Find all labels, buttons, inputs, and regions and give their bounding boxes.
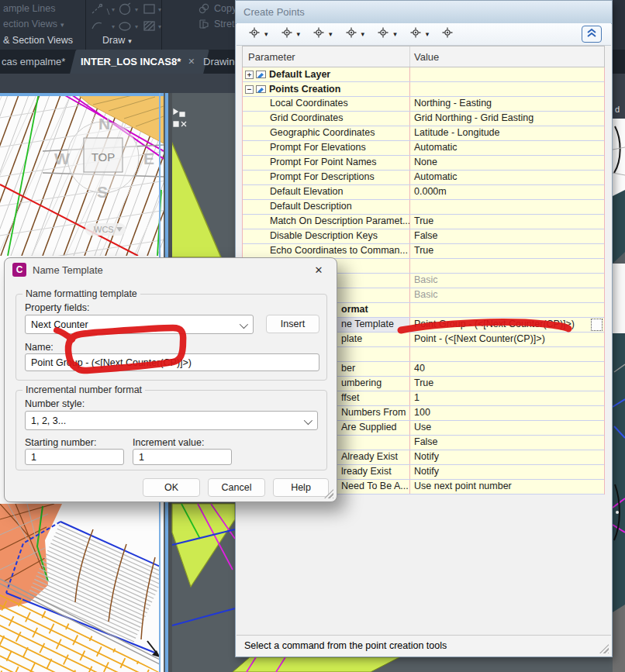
column-header-parameter[interactable]: Parameter: [243, 47, 410, 67]
expand-toggle[interactable]: +: [245, 71, 254, 79]
viewcube-east[interactable]: E: [143, 150, 154, 167]
table-row[interactable]: Prompt For DescriptionsAutomatic: [243, 171, 604, 185]
collapse-chevron-button[interactable]: [582, 26, 602, 43]
table-row[interactable]: +Default Layer: [243, 67, 604, 82]
value-cell[interactable]: Latitude - Longitude: [410, 126, 604, 140]
chevron-down-icon: ▾: [60, 21, 64, 29]
value-cell[interactable]: False: [410, 229, 604, 243]
dropdown-arrow-icon[interactable]: ▾: [264, 30, 268, 38]
property-fields-select[interactable]: Next Counter: [25, 315, 254, 334]
import-points-point-icon: [440, 26, 454, 43]
svg-text:▾: ▾: [112, 23, 115, 30]
starting-number-input[interactable]: 1: [25, 449, 124, 465]
number-style-label: Number style:: [25, 398, 85, 409]
ok-button[interactable]: OK: [143, 478, 200, 497]
file-tab-active[interactable]: INTER_LOS INCAS8*✕: [70, 50, 209, 74]
increment-value-input[interactable]: 1: [133, 449, 232, 465]
expand-toggle[interactable]: −: [245, 85, 254, 94]
param-cell: Prompt For Point Names: [243, 156, 410, 170]
palette-title: Create Points: [243, 6, 305, 18]
insert-button[interactable]: Insert: [266, 315, 319, 333]
table-row[interactable]: Match On Description Paramet...True: [243, 215, 604, 229]
table-row[interactable]: Default Elevation0.000m: [243, 185, 604, 200]
param-cell: Default Description: [243, 200, 410, 214]
value-cell[interactable]: Use: [410, 421, 604, 435]
ribbon-sample-lines-button[interactable]: ample Lines: [3, 3, 55, 14]
dropdown-arrow-icon[interactable]: ▾: [426, 30, 430, 38]
param-cell: Prompt For Elevations: [243, 141, 410, 155]
dropdown-arrow-icon[interactable]: ▾: [361, 30, 365, 38]
value-cell[interactable]: Automatic: [410, 171, 604, 184]
copy-icon: [199, 3, 210, 14]
value-cell[interactable]: 40: [410, 362, 604, 376]
number-style-select[interactable]: 1, 2, 3...: [25, 411, 318, 430]
table-row[interactable]: Prompt For Point NamesNone: [243, 156, 604, 171]
create-points-intersections-button[interactable]: ▾: [279, 26, 301, 43]
viewcube-west[interactable]: W: [54, 150, 70, 167]
dropdown-arrow-icon[interactable]: ▾: [329, 30, 333, 38]
help-button[interactable]: Help: [273, 478, 329, 497]
value-cell[interactable]: 1: [410, 391, 604, 405]
value-cell[interactable]: [410, 259, 604, 273]
value-cell[interactable]: Basic: [410, 274, 604, 288]
value-cell[interactable]: Point - (<[Next Counter(CP)]>): [410, 333, 604, 346]
palette-titlebar[interactable]: Create Points: [236, 1, 612, 24]
ellipsis-button[interactable]: [591, 319, 603, 331]
dialog-title: Name Template: [33, 264, 302, 276]
dialog-titlebar[interactable]: C Name Template ✕: [5, 258, 337, 281]
table-row[interactable]: Disable Description KeysFalse: [243, 229, 604, 244]
viewcube-south[interactable]: S: [97, 183, 108, 201]
create-points-interpolate-button[interactable]: ▾: [375, 26, 397, 43]
value-cell[interactable]: None: [410, 156, 604, 170]
create-points-miscellaneous-button[interactable]: ▾: [247, 26, 268, 43]
table-row[interactable]: Local CoordinatesNorthing - Easting: [243, 97, 604, 112]
surface-wedge-lower: [172, 504, 235, 672]
viewcube-north[interactable]: N: [98, 115, 110, 133]
value-cell[interactable]: 100: [410, 406, 604, 420]
dialog-close-icon[interactable]: ✕: [309, 264, 329, 276]
value-cell[interactable]: [410, 67, 604, 81]
value-cell[interactable]: [410, 82, 604, 96]
value-cell[interactable]: [410, 347, 604, 361]
value-cell[interactable]: Basic: [410, 288, 604, 302]
copy-button[interactable]: Copy: [199, 3, 237, 14]
create-points-alignment-button[interactable]: ▾: [311, 26, 333, 43]
value-cell[interactable]: [410, 200, 604, 214]
value-cell[interactable]: Notify: [410, 465, 604, 479]
table-row[interactable]: Prompt For ElevationsAutomatic: [243, 141, 604, 156]
tab-close-icon[interactable]: ✕: [188, 57, 195, 67]
name-input[interactable]: Point Group - (<[Next Counter(CP)]>): [25, 353, 319, 371]
viewcube-top-label[interactable]: TOP: [92, 150, 116, 164]
param-cell: −Points Creation: [243, 82, 410, 96]
value-cell[interactable]: Automatic: [410, 141, 604, 155]
dropdown-arrow-icon[interactable]: ▾: [297, 30, 301, 38]
resize-grip[interactable]: [599, 644, 609, 653]
create-points-slope-button[interactable]: ▾: [408, 26, 430, 43]
cancel-button[interactable]: Cancel: [208, 478, 265, 497]
table-row[interactable]: Default Description: [243, 200, 604, 215]
table-row[interactable]: −Points Creation: [243, 82, 604, 97]
value-cell[interactable]: 0.000m: [410, 185, 604, 199]
value-cell[interactable]: True: [410, 244, 604, 258]
group-label: Incremental number format: [22, 384, 145, 395]
value-cell[interactable]: Grid Northing - Grid Easting: [410, 112, 604, 126]
dropdown-arrow-icon[interactable]: ▾: [393, 30, 397, 38]
value-cell[interactable]: False: [410, 436, 604, 450]
value-cell[interactable]: Point Group - (<[Next Counter(CP)]>): [410, 318, 604, 332]
file-tab[interactable]: cas empalme*: [0, 50, 78, 74]
column-header-value[interactable]: Value: [410, 47, 604, 67]
create-points-import-points-button[interactable]: [440, 26, 454, 43]
table-row[interactable]: Geographic CoordinatesLatitude - Longitu…: [243, 126, 604, 141]
create-points-surface-button[interactable]: ▾: [344, 26, 365, 43]
wcs-label[interactable]: WCS: [94, 225, 114, 234]
draw-panel-label[interactable]: Draw▾: [102, 35, 132, 46]
value-cell[interactable]: True: [410, 377, 604, 391]
table-row[interactable]: Grid CoordinatesGrid Northing - Grid Eas…: [243, 112, 604, 126]
ribbon-section-views-button[interactable]: ection Views▾: [3, 19, 64, 29]
value-cell[interactable]: Northing - Easting: [410, 97, 604, 111]
value-cell[interactable]: Notify: [410, 450, 604, 464]
draw-panel-icons[interactable]: ▾▾▾ ▾▾▾: [90, 2, 164, 33]
value-cell[interactable]: Use next point number: [410, 480, 604, 494]
value-cell[interactable]: True: [410, 215, 604, 229]
value-cell[interactable]: [410, 303, 604, 317]
